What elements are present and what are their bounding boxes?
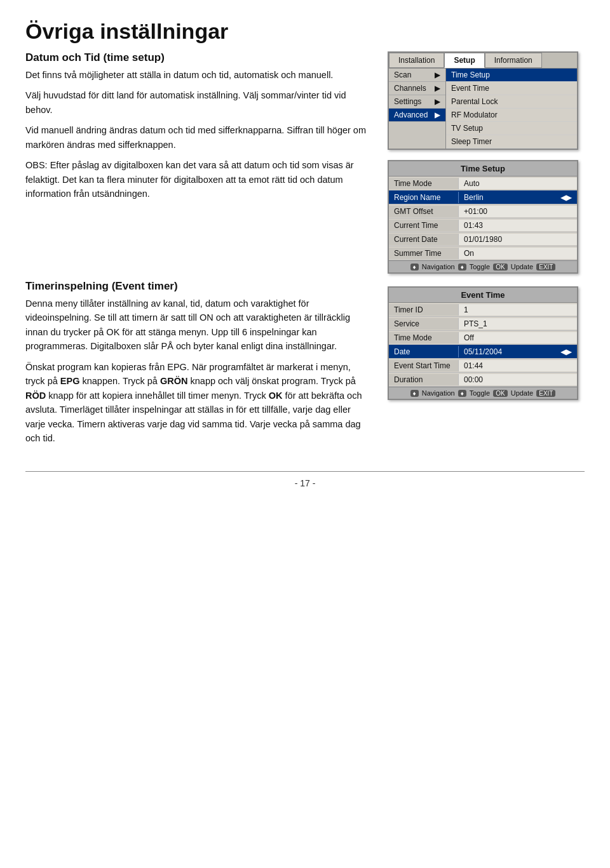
menu-right-item-timesetup-label: Time Setup [451,70,490,79]
menu-right-item-eventtime: Event Time [446,82,577,95]
menu-right-item-sleeptimer: Sleep Timer [446,135,577,149]
section1-layout: Datum och Tid (time setup) Det finns två… [25,51,585,274]
event-time-row-timemode: Time Mode Off [389,331,577,345]
section1-right: Installation Setup Information Scan ▶ Ch… [381,51,585,274]
section1-para1: Det finns två möjligheter att ställa in … [25,68,369,82]
menu-right-item-sleeptimer-label: Sleep Timer [451,137,492,146]
section2-block: Timerinspelning (Event timer) Denna meny… [25,280,585,452]
section2-para1: Denna meny tillåter inställning av kanal… [25,297,369,354]
menu-item-settings: Settings ▶ [389,95,445,109]
time-setup-row-gmtoffset: GMT Offset +01:00 [389,204,577,218]
time-setup-row-currenttime: Current Time 01:43 [389,218,577,232]
ok-label: OK [269,391,283,401]
section2-para2b: knappen. Tryck på [79,376,160,386]
event-time-row-timerid: Timer ID 1 [389,303,577,317]
event-time-value-duration: 00:00 [459,374,577,385]
epg-label: EPG [60,376,80,386]
exit-btn: EXIT [536,264,555,270]
section2-layout: Timerinspelning (Event timer) Denna meny… [25,280,585,452]
toggle-icon: ♦ [458,264,466,270]
page-footer: - 17 - [25,471,585,488]
event-time-label-timemode: Time Mode [389,332,459,344]
event-time-row-starttime: Event Start Time 01:44 [389,359,577,373]
menu-item-channels-arrow: ▶ [435,84,440,93]
section1-subtitle: Datum och Tid (time setup) [25,51,369,64]
menu-item-scan-arrow: ▶ [435,70,440,79]
menu-right-col: Time Setup Event Time Parental Lock RF M… [446,69,577,149]
menu-right-item-tvsetup-label: TV Setup [451,124,483,133]
red-label: RÖD [25,391,46,401]
menu-item-settings-label: Settings [394,97,421,106]
menu-right-item-eventtime-label: Event Time [451,84,489,93]
time-setup-label-timemode: Time Mode [389,178,459,189]
toggle-icon2: ♦ [458,390,466,397]
time-setup-value-summertime: On [459,248,577,259]
event-time-label-duration: Duration [389,374,459,385]
event-time-panel: Event Time Timer ID 1 Service PTS_1 Time… [388,286,578,400]
section1-para4: OBS: Efter påslag av digitalboxen kan de… [25,158,369,201]
menu-right-item-rfmod: RF Modulator [446,109,577,122]
menu-item-advanced-label: Advanced [394,110,428,119]
section2-right: Event Time Timer ID 1 Service PTS_1 Time… [381,280,585,452]
time-setup-value-currenttime: 01:43 [459,220,577,231]
date-arrow: ◀▶ [560,347,572,356]
event-time-row-date: Date 05/11/2004 ◀▶ [389,345,577,359]
menu-item-scan: Scan ▶ [389,69,445,82]
section1-para2: Välj huvudstad för ditt land för automat… [25,88,369,117]
event-time-row-service: Service PTS_1 [389,317,577,331]
section2-left: Timerinspelning (Event timer) Denna meny… [25,280,369,452]
event-time-panel-title: Event Time [389,288,577,303]
time-setup-label-gmtoffset: GMT Offset [389,206,459,217]
menu-left-col: Scan ▶ Channels ▶ Settings ▶ Advanced [389,69,446,149]
time-setup-row-timemode: Time Mode Auto [389,177,577,190]
event-time-row-duration: Duration 00:00 [389,373,577,387]
menu-right-item-parentallock: Parental Lock [446,95,577,109]
event-time-value-service: PTS_1 [459,318,577,330]
time-setup-value-regionname: Berlin ◀▶ [459,192,577,203]
ok-btn: OK [493,264,507,270]
time-setup-footer: ♦ Navigation ♦ Toggle OK Update EXIT [389,260,577,272]
time-setup-value-timemode: Auto [459,178,577,189]
time-setup-value-gmtoffset: +01:00 [459,206,577,217]
menu-item-channels-label: Channels [394,84,426,93]
event-time-value-starttime: 01:44 [459,360,577,371]
page-number: - 17 - [295,478,316,488]
event-time-footer: ♦ Navigation ♦ Toggle OK Update EXIT [389,387,577,399]
menu-tabs: Installation Setup Information [389,53,577,69]
time-setup-label-currentdate: Current Date [389,234,459,245]
time-setup-panel: Time Setup Time Mode Auto Region Name Be… [388,160,578,274]
ok-btn2: OK [493,390,507,397]
menu-item-advanced-arrow: ▶ [435,110,440,119]
time-setup-row-summertime: Summer Time On [389,246,577,260]
event-time-value-timerid: 1 [459,304,577,316]
event-time-value-timemode: Off [459,332,577,344]
menu-right-item-parentallock-label: Parental Lock [451,97,498,106]
nav-icon: ♦ [410,264,419,270]
menu-item-advanced: Advanced ▶ [389,109,445,122]
section2-para2: Önskat program kan kopieras från EPG. Nä… [25,360,369,446]
page-title: Övriga inställningar [25,19,585,44]
time-setup-row-regionname: Region Name Berlin ◀▶ [389,190,577,204]
section2-para2d: knapp för att kopiera innehållet till ti… [46,391,269,401]
time-setup-row-currentdate: Current Date 01/01/1980 [389,232,577,246]
menu-item-settings-arrow: ▶ [435,97,440,106]
menu-right-item-rfmod-label: RF Modulator [451,110,498,119]
section1-para3: Vid manuell ändring ändras datum och tid… [25,123,369,152]
tab-setup: Setup [444,53,484,68]
time-setup-panel-title: Time Setup [389,161,577,177]
time-setup-label-summertime: Summer Time [389,248,459,259]
tab-information: Information [485,53,542,68]
page-container: Övriga inställningar Datum och Tid (time… [0,0,610,526]
event-time-value-date: 05/11/2004 ◀▶ [459,346,577,357]
section2-para2c: knapp och välj önskat program. Tryck på [187,376,355,386]
section2-subtitle: Timerinspelning (Event timer) [25,280,369,293]
menu-body: Scan ▶ Channels ▶ Settings ▶ Advanced [389,69,577,149]
time-setup-value-currentdate: 01/01/1980 [459,234,577,245]
event-time-label-service: Service [389,318,459,330]
tab-installation: Installation [389,53,444,68]
menu-item-channels: Channels ▶ [389,82,445,95]
region-name-arrow: ◀▶ [560,193,572,202]
event-time-label-starttime: Event Start Time [389,360,459,371]
time-setup-label-regionname: Region Name [389,192,459,203]
section1-left: Datum och Tid (time setup) Det finns två… [25,51,369,274]
